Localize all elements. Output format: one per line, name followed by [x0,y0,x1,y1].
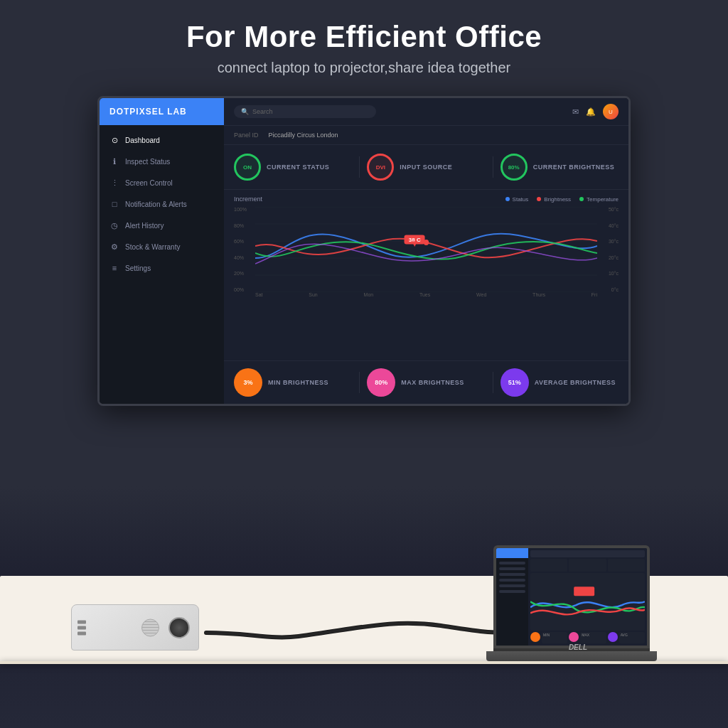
x-sun: Sun [309,292,317,297]
x-wed: Wed [476,292,486,297]
topbar: 🔍 Search ✉ 🔔 U [224,98,628,126]
y-right-0: 0°c [599,287,619,292]
sidebar-item-alert-history[interactable]: ◷ Alert History [100,215,224,236]
mini-metric-1 [530,632,540,642]
main-content: 🔍 Search ✉ 🔔 U Panel ID Piccadilly Circu… [224,98,628,404]
status-card-brightness: 80% CURRENT BRIGHTNESS [500,154,619,181]
port-3 [77,631,86,635]
metric-label-max: MAX BRIGHTNESS [401,379,464,386]
y-label-40: 40% [234,255,254,260]
sidebar-item-inspect[interactable]: ℹ Inspect Status [100,151,224,172]
mini-metric-5 [608,632,618,642]
legend-label-status: Status [513,196,529,203]
mini-topbar [530,550,645,557]
sidebar-item-screen[interactable]: ⋮ Screen Control [100,172,224,193]
x-mon: Mon [364,292,374,297]
mini-nav-1 [499,562,525,564]
metric-card-avg: 51% AVERAGE BRIGHTNESS [500,368,619,397]
search-box[interactable]: 🔍 Search [234,105,376,118]
sidebar-item-notification[interactable]: □ Notification & Alerts [100,193,224,215]
alert-history-icon: ◷ [109,220,119,230]
legend-label-brightness: Brightness [544,196,571,203]
dashboard-icon: ⊙ [109,135,119,145]
divider-2 [493,156,493,178]
nav-label-settings: Settings [125,264,151,272]
legend-dot-brightness [537,197,541,201]
mini-metric-6: AVG [619,632,645,643]
dell-logo: DELL [569,643,587,651]
port-2 [77,626,86,629]
mini-nav-5 [499,584,525,587]
sidebar-nav: ⊙ Dashboard ℹ Inspect Status ⋮ Screen Co… [100,125,224,283]
stock-icon: ⚙ [109,242,119,252]
nav-label-dashboard: Dashboard [125,136,160,144]
mini-stat-3 [608,559,645,572]
mini-chart-svg [530,573,645,631]
bell-icon[interactable]: 🔔 [586,107,596,117]
panel-id-label: Panel ID [234,132,259,139]
mini-chart [530,573,645,631]
y-right-50: 50°c [599,207,619,212]
nav-label-inspect: Inspect Status [125,158,170,166]
projector-ports [77,620,86,635]
projector-body [71,604,199,651]
topbar-right: ✉ 🔔 U [572,104,619,119]
x-thurs: Thurs [532,292,545,297]
mini-main: MIN MAX AVG [528,548,647,646]
chart-container: 100% 80% 60% 40% 20% 00% 50°c 40°c 30°c [234,207,619,292]
legend-temperature: Temperature [579,196,619,203]
y-label-20: 20% [234,271,254,276]
y-right-40: 40°c [599,223,619,228]
mini-metrics: MIN MAX AVG [530,632,645,643]
x-fri: Fri [592,292,597,297]
avatar[interactable]: U [603,104,619,119]
legend-dot-temperature [579,197,584,201]
search-icon: 🔍 [241,108,249,115]
status-circle-on: ON [234,154,261,181]
metric-label-min: MIN BRIGHTNESS [268,379,328,386]
projector-lens [168,617,190,638]
mini-nav-4 [499,579,525,582]
nav-label-screen: Screen Control [125,179,173,187]
y-label-80: 80% [234,223,254,228]
legend-label-temperature: Temperature [587,196,619,203]
mail-icon[interactable]: ✉ [572,107,579,117]
nav-label-notification: Notification & Alerts [125,200,187,208]
y-right-20: 20°c [599,255,619,260]
sidebar-item-stock[interactable]: ⚙ Stock & Warranty [100,236,224,257]
y-labels-right: 50°c 40°c 30°c 20°c 10°c 0°c [599,207,619,292]
sidebar-item-settings[interactable]: ≡ Settings [100,257,224,279]
legend-status: Status [505,196,529,203]
bottom-scene: MIN MAX AVG DELL [0,486,728,728]
y-right-10: 10°c [599,271,619,276]
metric-circle-min: 3% [234,368,262,397]
metric-circle-avg: 51% [500,368,529,397]
sidebar-item-dashboard[interactable]: ⊙ Dashboard [100,129,224,151]
chart-area: Increment Status Brightness [224,190,628,360]
mini-nav-2 [499,567,525,570]
search-placeholder: Search [252,108,273,115]
metric-divider-1 [359,372,360,393]
status-circle-dvi: DVI [367,154,394,181]
status-label-brightness: CURRENT BRIGHTNESS [533,164,615,171]
mini-metric-2: MIN [542,632,567,643]
nav-label-alert-history: Alert History [125,222,164,230]
legend-brightness: Brightness [537,196,571,203]
top-section: For More Efficient Office connect laptop… [0,0,728,89]
speaker-dots [142,619,159,636]
status-card-dvi: DVI INPUT SOURCE [367,154,485,181]
page-subtitle: connect laptop to projector,share idea t… [14,60,714,76]
laptop-screen: MIN MAX AVG [493,545,650,648]
laptop-base [486,651,657,661]
status-row: ON CURRENT STATUS DVI INPUT SOURCE 80% C… [224,145,628,190]
mini-stat-1 [530,559,567,572]
temp-badge: 38 C [405,235,425,244]
metric-row: 3% MIN BRIGHTNESS 80% MAX BRIGHTNESS [224,360,628,404]
monitor-wrapper: DOTPIXSEL LAB ⊙ Dashboard ℹ Inspect Stat… [0,96,728,406]
mini-status [530,559,645,572]
mini-stat-2 [569,559,606,572]
projector [71,604,213,661]
desk-surface [0,661,728,664]
chart-header: Increment Status Brightness [234,196,619,203]
legend-dot-status [505,197,510,201]
